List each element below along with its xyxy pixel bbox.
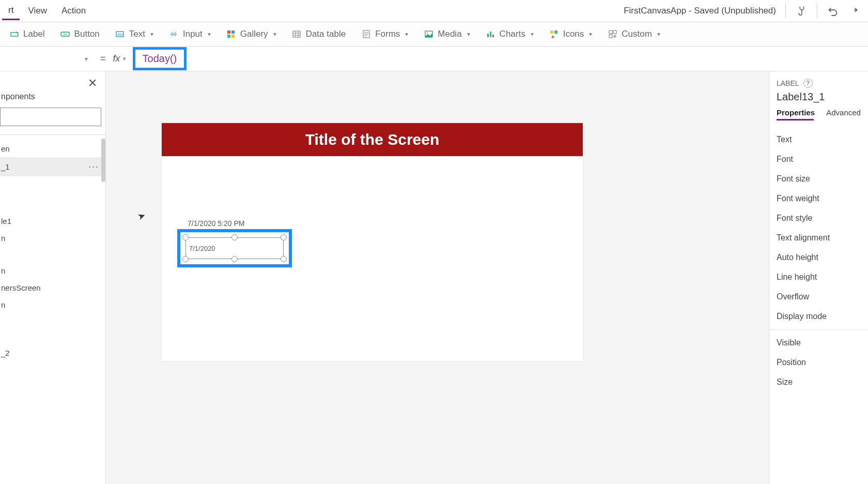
prop-row-font-style[interactable]: Font style xyxy=(777,208,862,228)
ribbon-media[interactable]: Media ▾ xyxy=(422,27,472,41)
close-icon[interactable]: ✕ xyxy=(88,77,97,90)
toolbar-divider xyxy=(785,4,786,18)
prop-row-font-weight[interactable]: Font weight xyxy=(777,189,862,208)
undo-icon[interactable] xyxy=(827,5,839,17)
svg-rect-9 xyxy=(293,31,300,37)
menu-item-action[interactable]: Action xyxy=(55,3,92,19)
chevron-down-icon: ▾ xyxy=(273,31,276,38)
insert-ribbon: Label Abc Button Abc Text ▾ Input ▾ Gall… xyxy=(0,22,868,47)
svg-rect-15 xyxy=(492,35,494,37)
ribbon-text[interactable]: Abc Text ▾ xyxy=(113,27,156,41)
prop-row-font[interactable]: Font xyxy=(777,149,862,169)
svg-rect-20 xyxy=(609,35,612,38)
tree-item[interactable]: n xyxy=(0,230,105,247)
tree-divider xyxy=(0,134,105,135)
control-name[interactable]: Label13_1 xyxy=(777,88,862,108)
app-title: FirstCanvasApp - Saved (Unpublished) xyxy=(624,6,785,16)
cursor-icon: ➤ xyxy=(136,209,147,223)
tree-item[interactable]: nersScreen xyxy=(0,279,105,296)
top-menu-bar: rt View Action FirstCanvasApp - Saved (U… xyxy=(0,0,868,22)
ribbon-label[interactable]: Label xyxy=(7,27,47,41)
tree-item[interactable]: n xyxy=(0,296,105,313)
ribbon-label-text: Label xyxy=(23,29,45,39)
svg-rect-14 xyxy=(490,32,491,37)
tab-underline xyxy=(777,119,814,120)
menu-item-view[interactable]: View xyxy=(22,3,53,19)
tree-item-label: _1 xyxy=(1,162,10,171)
chevron-down-icon: ▾ xyxy=(589,31,592,38)
ribbon-icons[interactable]: Icons ▾ xyxy=(547,27,595,41)
tree-item-label: nersScreen xyxy=(1,283,41,292)
chevron-down-icon: ▾ xyxy=(405,31,408,38)
prop-row-size[interactable]: Size xyxy=(777,372,862,392)
prop-row-text[interactable]: Text xyxy=(777,130,862,149)
ribbon-charts[interactable]: Charts ▾ xyxy=(484,27,536,41)
gallery-icon xyxy=(226,29,236,39)
tree-item-selected[interactable]: _1 ··· xyxy=(0,157,105,176)
svg-rect-17 xyxy=(554,31,557,34)
ribbon-forms[interactable]: Forms ▾ xyxy=(359,27,410,41)
prop-row-visible[interactable]: Visible xyxy=(777,333,862,353)
tree-item[interactable]: n xyxy=(0,262,105,279)
ribbon-input-text: Input xyxy=(183,29,203,39)
chevron-down-icon: ▾ xyxy=(150,31,153,38)
ribbon-charts-text: Charts xyxy=(500,29,525,39)
tab-properties[interactable]: Properties xyxy=(777,108,815,117)
tree-item-label: n xyxy=(1,266,5,275)
property-selector[interactable]: ▾ xyxy=(0,50,93,68)
help-icon[interactable]: ? xyxy=(803,79,813,88)
prop-row-auto-height[interactable]: Auto height xyxy=(777,248,862,267)
tree-item[interactable]: _2 xyxy=(0,344,105,361)
input-icon xyxy=(169,29,179,39)
canvas-area[interactable]: ➤ Title of the Screen 7/1/2020 5:20 PM 7… xyxy=(106,71,769,484)
formula-equals: = xyxy=(93,53,113,64)
main-area: ✕ nponents en _1 ··· le1 n n nersScreen … xyxy=(0,71,868,484)
label-icon xyxy=(9,29,19,39)
tree-item-label: le1 xyxy=(1,217,11,225)
prop-row-font-size[interactable]: Font size xyxy=(777,169,862,189)
scrollbar-thumb[interactable] xyxy=(101,139,105,182)
menu-item-insert[interactable]: rt xyxy=(2,2,20,20)
resize-handle[interactable] xyxy=(281,256,287,262)
tree-item[interactable]: en xyxy=(0,140,105,157)
icons-icon xyxy=(549,29,559,39)
resize-handle[interactable] xyxy=(182,256,189,262)
ribbon-input[interactable]: Input ▾ xyxy=(167,27,213,41)
prop-row-line-height[interactable]: Line height xyxy=(777,267,862,287)
formula-input[interactable]: Today() xyxy=(133,47,187,70)
fx-label: fx xyxy=(113,53,120,64)
media-icon xyxy=(424,29,433,39)
prop-row-position[interactable]: Position xyxy=(777,353,862,372)
ribbon-gallery[interactable]: Gallery ▾ xyxy=(224,27,278,41)
prop-row-text-alignment[interactable]: Text alignment xyxy=(777,228,862,248)
tree-item[interactable]: le1 xyxy=(0,213,105,230)
app-screen[interactable]: Title of the Screen 7/1/2020 5:20 PM 7/1… xyxy=(162,123,583,361)
tab-advanced[interactable]: Advanced xyxy=(826,108,861,117)
svg-rect-19 xyxy=(613,31,616,34)
prop-row-display-mode[interactable]: Display mode xyxy=(777,307,862,326)
resize-handle[interactable] xyxy=(281,234,287,240)
canvas-label-selected[interactable]: 7/1/2020 xyxy=(185,237,284,259)
app-checker-icon[interactable] xyxy=(795,5,808,17)
svg-point-12 xyxy=(426,33,428,34)
tree-view-panel: ✕ nponents en _1 ··· le1 n n nersScreen … xyxy=(0,71,106,484)
redo-icon[interactable] xyxy=(848,5,861,17)
tree-tab-components[interactable]: nponents xyxy=(1,92,35,101)
fx-button[interactable]: fx▾ xyxy=(113,53,129,64)
svg-rect-0 xyxy=(11,33,18,36)
datatable-icon xyxy=(292,29,302,39)
ribbon-button[interactable]: Abc Button xyxy=(58,27,102,41)
resize-handle[interactable] xyxy=(231,256,238,262)
ribbon-icons-text: Icons xyxy=(563,29,584,39)
ribbon-custom-text: Custom xyxy=(622,29,652,39)
resize-handle[interactable] xyxy=(182,234,189,240)
tree-search-input[interactable] xyxy=(0,108,101,126)
canvas-label-static[interactable]: 7/1/2020 5:20 PM xyxy=(188,219,245,228)
custom-icon xyxy=(608,29,617,39)
button-icon: Abc xyxy=(60,29,70,39)
prop-row-overflow[interactable]: Overflow xyxy=(777,287,862,307)
ribbon-custom[interactable]: Custom ▾ xyxy=(606,27,662,41)
resize-handle[interactable] xyxy=(231,234,238,240)
ribbon-datatable[interactable]: Data table xyxy=(290,27,348,41)
svg-rect-5 xyxy=(227,31,230,34)
